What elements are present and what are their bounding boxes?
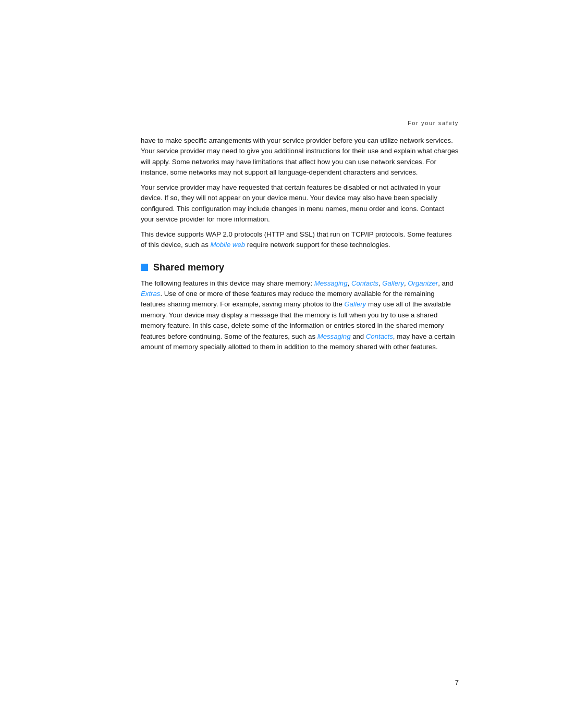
contacts-link-2[interactable]: Contacts [366,332,393,340]
contacts-link[interactable]: Contacts [351,279,378,287]
page-header: For your safety [141,120,459,126]
messaging-link-2[interactable]: Messaging [317,332,351,340]
intro-paragraph-2: Your service provider may have requested… [141,182,459,225]
and-text: and [350,332,365,340]
shared-memory-body: The following features in this device ma… [141,278,459,353]
shared-memory-section-header: Shared memory [141,262,459,273]
gallery-link[interactable]: Gallery [382,279,404,287]
intro-text-2: Your service provider may have requested… [141,183,444,223]
section-title: Shared memory [153,262,224,273]
body-prefix: The following features in this device ma… [141,279,314,287]
extras-link[interactable]: Extras [141,290,160,298]
messaging-link[interactable]: Messaging [314,279,348,287]
wap-suffix: require network support for these techno… [245,241,390,249]
content-area: For your safety have to make specific ar… [141,120,459,357]
intro-text-1: have to make specific arrangements with … [141,137,458,176]
page: For your safety have to make specific ar… [0,0,563,728]
intro-paragraph-1: have to make specific arrangements with … [141,135,459,178]
organizer-link[interactable]: Organizer [408,279,438,287]
page-number: 7 [455,678,459,686]
gallery-link-2[interactable]: Gallery [344,300,366,308]
mobile-web-link[interactable]: Mobile web [210,241,245,249]
blue-square-icon [141,264,148,271]
intro-paragraph-3: This device supports WAP 2.0 protocols (… [141,229,459,251]
